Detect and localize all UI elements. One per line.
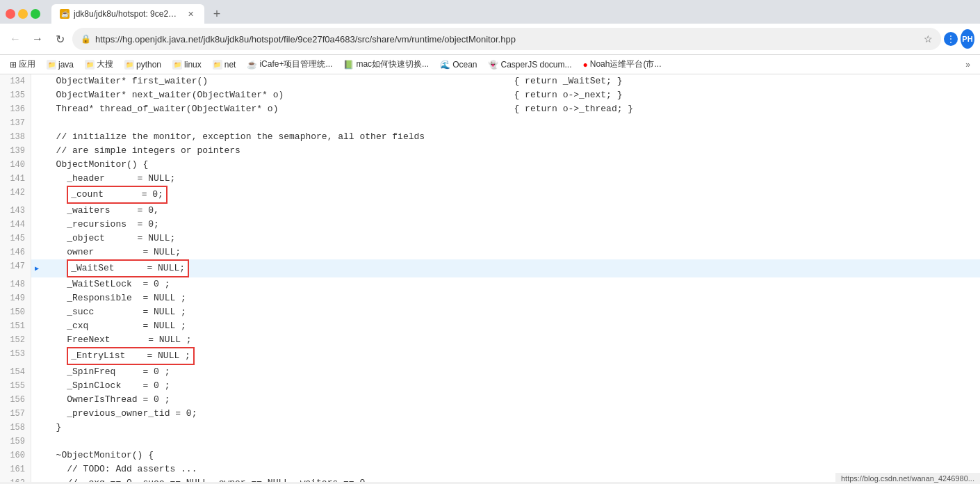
bookmark-net[interactable]: 📁 net — [209, 58, 240, 71]
line-content-147: _WaitSet = NULL; — [42, 259, 980, 277]
bookmark-apps[interactable]: ⊞ 应用 — [6, 57, 40, 72]
line-arrow-141 — [31, 172, 42, 186]
back-button[interactable]: ← — [6, 29, 25, 49]
tab-favicon: ☕ — [60, 9, 70, 19]
line-arrow-152 — [31, 333, 42, 347]
line-arrow-145 — [31, 232, 42, 245]
code-line-162: 162 // _cxq == 0 _succ == NULL _owner ==… — [0, 476, 980, 482]
close-window-button[interactable] — [6, 9, 15, 19]
line-arrow-146 — [31, 245, 42, 259]
code-line-157: 157 _previous_owner_tid = 0; — [0, 407, 980, 421]
forward-button[interactable]: → — [28, 29, 47, 49]
bookmark-java-label: java — [58, 60, 74, 70]
extension-icons: ⋮ PH — [944, 32, 974, 46]
line-content-146: owner = NULL; — [42, 245, 980, 259]
line-arrow-157 — [31, 407, 42, 421]
line-number-152: 152 — [0, 333, 31, 347]
line-number-145: 145 — [0, 232, 31, 245]
new-tab-button[interactable]: + — [207, 4, 227, 24]
window-controls — [6, 9, 40, 19]
line-number-139: 139 — [0, 144, 31, 158]
browser-tab[interactable]: ☕ jdk8u/jdk8u/hotspot: 9ce27f0... ✕ — [51, 4, 204, 24]
minimize-window-button[interactable] — [18, 9, 28, 19]
bookmark-star-icon[interactable]: ☆ — [924, 33, 933, 45]
profile-avatar[interactable]: PH — [961, 29, 974, 49]
line-number-155: 155 — [0, 379, 31, 393]
code-line-156: 156 OwnerIsThread = 0 ; — [0, 393, 980, 407]
bookmark-linux[interactable]: 📁 linux — [168, 58, 206, 71]
bookmark-mac[interactable]: 📗 mac如何快速切换... — [339, 57, 433, 72]
line-content-136: Thread* thread_of_waiter(ObjectWaiter* o… — [42, 102, 512, 116]
line-content-151: _cxq = NULL ; — [42, 319, 980, 333]
code-line-140: 140 ObjectMonitor() { — [0, 158, 980, 172]
line-number-150: 150 — [0, 305, 31, 319]
line-content-141: _header = NULL; — [42, 172, 980, 186]
secure-icon: 🔒 — [81, 34, 91, 44]
folder-icon-2: 📁 — [85, 60, 95, 70]
line-number-143: 143 — [0, 204, 31, 218]
ext-icon-1[interactable]: ⋮ — [944, 32, 958, 46]
bookmark-java[interactable]: 📁 java — [42, 58, 78, 71]
tab-title: jdk8u/jdk8u/hotspot: 9ce27f0... — [74, 9, 181, 19]
line-arrow-156 — [31, 393, 42, 407]
line-number-148: 148 — [0, 277, 31, 291]
address-bar[interactable]: 🔒 https://hg.openjdk.java.net/jdk8u/jdk8… — [72, 28, 941, 50]
line-content-137 — [42, 116, 980, 130]
reload-button[interactable]: ↻ — [50, 29, 70, 49]
line-number-138: 138 — [0, 130, 31, 144]
line-number-146: 146 — [0, 245, 31, 259]
mac-icon: 📗 — [343, 60, 354, 70]
code-line-137: 137 — [0, 116, 980, 130]
code-line-141: 141 _header = NULL; — [0, 172, 980, 186]
folder-icon-3: 📁 — [124, 60, 134, 70]
line-arrow-140 — [31, 158, 42, 172]
apps-grid-icon: ⊞ — [10, 60, 17, 70]
line-number-144: 144 — [0, 218, 31, 232]
code-line-153: 153 _EntryList = NULL ; — [0, 347, 980, 365]
maximize-window-button[interactable] — [31, 9, 40, 19]
code-line-146: 146 owner = NULL; — [0, 245, 980, 259]
line-number-142: 142 — [0, 186, 31, 204]
line-content-158: } — [42, 421, 980, 435]
bookmark-ocean[interactable]: 🌊 Ocean — [436, 58, 481, 71]
bookmark-icafe[interactable]: ☕ iCafe+项目管理统... — [243, 57, 336, 72]
line-number-156: 156 — [0, 393, 31, 407]
line-arrow-135 — [31, 88, 42, 102]
bookmark-dasou[interactable]: 📁 大搜 — [81, 57, 117, 72]
title-bar: ☕ jdk8u/jdk8u/hotspot: 9ce27f0... ✕ + — [0, 0, 980, 24]
code-container: 134 ObjectWaiter* first_waiter(){ return… — [0, 74, 980, 482]
line-arrow-161 — [31, 462, 42, 476]
line-content-153: _EntryList = NULL ; — [42, 347, 980, 365]
code-line-136: 136 Thread* thread_of_waiter(ObjectWaite… — [0, 102, 980, 116]
line-content-142: _count = 0; — [42, 186, 980, 204]
line-number-134: 134 — [0, 74, 31, 88]
code-line-158: 158 } — [0, 421, 980, 435]
code-line-161: 161 // TODO: Add asserts ... — [0, 462, 980, 476]
nav-right-controls: ⋮ PH — [944, 32, 974, 46]
line-content-154: _SpinFreq = 0 ; — [42, 365, 980, 379]
bookmark-python[interactable]: 📁 python — [120, 58, 165, 71]
folder-icon-5: 📁 — [213, 60, 222, 70]
line-right-136: { return o->_thread; } — [512, 102, 981, 116]
line-content-139: // are simple integers or pointers — [42, 144, 980, 158]
line-number-162: 162 — [0, 476, 31, 482]
bookmark-casperjs[interactable]: 👻 CasperJS docum... — [484, 58, 575, 71]
bookmark-noah[interactable]: ● Noah运维平台(市... — [579, 57, 666, 72]
line-number-153: 153 — [0, 347, 31, 365]
bookmarks-more-button[interactable]: » — [961, 58, 974, 71]
line-arrow-162 — [31, 476, 42, 482]
line-content-159 — [42, 435, 980, 449]
line-content-155: _SpinClock = 0 ; — [42, 379, 980, 393]
line-content-144: _recursions = 0; — [42, 218, 980, 232]
folder-icon-4: 📁 — [172, 60, 182, 70]
tab-close-button[interactable]: ✕ — [185, 8, 196, 19]
ext-icon-avatar[interactable]: PH — [961, 32, 974, 46]
bookmark-casperjs-label: CasperJS docum... — [500, 60, 571, 70]
line-number-141: 141 — [0, 172, 31, 186]
code-line-147: 147▶ _WaitSet = NULL; — [0, 259, 980, 277]
code-line-149: 149 _Responsible = NULL ; — [0, 291, 980, 305]
line-number-136: 136 — [0, 102, 31, 116]
line-number-151: 151 — [0, 319, 31, 333]
code-line-144: 144 _recursions = 0; — [0, 218, 980, 232]
line-content-150: _succ = NULL ; — [42, 305, 980, 319]
